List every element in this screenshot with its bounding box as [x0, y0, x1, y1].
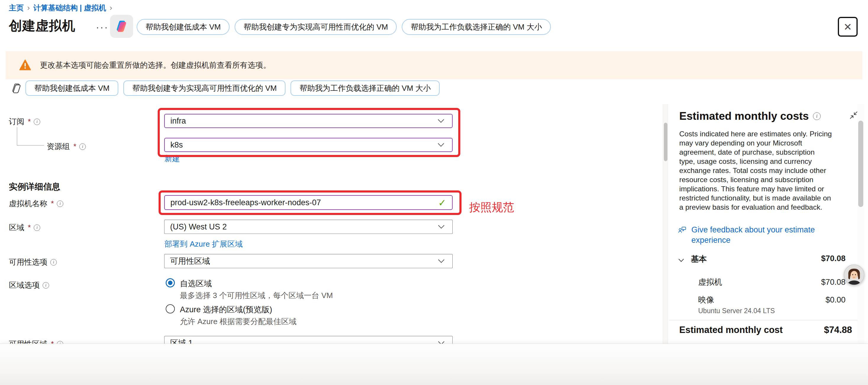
- copilot-suggestions-header: 帮助我创建低成本 VM 帮助我创建专为实现高可用性而优化的 VM 帮助我为工作负…: [137, 19, 551, 35]
- chevron-down-icon[interactable]: [678, 256, 684, 262]
- cost-item-value: $0.00: [826, 295, 845, 304]
- cost-feedback-link[interactable]: Give feedback about your estimate experi…: [691, 225, 826, 246]
- info-icon[interactable]: i: [57, 200, 63, 207]
- cost-group-row: 基本 $70.08: [679, 254, 845, 264]
- copilot-suggestion-vm-size[interactable]: 帮助我为工作负载选择正确的 VM 大小: [290, 81, 439, 96]
- cost-item-name: 虚拟机: [698, 277, 722, 287]
- panel-scrollbar-track[interactable]: [858, 104, 864, 344]
- copilot-logo-icon[interactable]: [110, 15, 133, 38]
- zone-options-label-text: 区域选项: [9, 280, 40, 290]
- footer-bar: < 上一步 下一步: 磁盘 > 查看 + 创建 提供反馈: [0, 344, 868, 385]
- region-label: 区域 * i: [9, 222, 40, 233]
- cost-panel-description: Costs indicated here are estimates only.…: [679, 129, 832, 212]
- required-asterisk: *: [28, 223, 31, 232]
- more-options-button[interactable]: ···: [96, 21, 108, 33]
- panel-scrollbar-thumb[interactable]: [858, 121, 863, 207]
- zone-options-label: 区域选项 i: [9, 280, 49, 290]
- avatar-image: [844, 264, 864, 285]
- availability-options-label: 可用性选项 i: [9, 257, 57, 267]
- chevron-down-icon: [438, 222, 444, 229]
- breadcrumb-virtual-machines[interactable]: 计算基础结构 | 虚拟机: [33, 3, 106, 13]
- vm-name-field-wrap: ✓: [164, 195, 453, 210]
- resource-group-label-text: 资源组: [47, 141, 70, 152]
- vm-name-label: 虚拟机名称 * i: [9, 198, 63, 209]
- subscription-dropdown[interactable]: infra: [164, 114, 453, 128]
- feedback-bubbles-icon: [678, 225, 687, 236]
- copilot-suggestions-body: 帮助我创建低成本 VM 帮助我创建专为实现高可用性而优化的 VM 帮助我为工作负…: [26, 81, 440, 96]
- resource-group-label: 资源组 * i: [47, 141, 86, 152]
- deploy-extended-zone-link[interactable]: 部署到 Azure 扩展区域: [164, 239, 243, 249]
- assistant-avatar[interactable]: [844, 264, 864, 285]
- info-icon[interactable]: i: [34, 224, 40, 231]
- cost-item-row-image: 映像 $0.00: [698, 294, 845, 305]
- region-dropdown[interactable]: (US) West US 2: [164, 220, 453, 234]
- close-icon: ✕: [843, 21, 852, 33]
- breadcrumb-separator: ›: [27, 3, 30, 12]
- copilot-suggestion-high-availability[interactable]: 帮助我创建专为实现高可用性而优化的 VM: [123, 81, 285, 96]
- chevron-down-icon: [438, 117, 444, 123]
- main-scrollbar-thumb[interactable]: [664, 123, 668, 161]
- main-scrollbar-track[interactable]: [663, 104, 668, 344]
- region-label-text: 区域: [9, 222, 24, 233]
- radio-azure-selected-zone[interactable]: [166, 304, 175, 314]
- cost-panel-title-row: Estimated monthly costs i: [679, 110, 821, 122]
- availability-options-label-text: 可用性选项: [9, 257, 47, 267]
- copilot-suggestion-low-cost[interactable]: 帮助我创建低成本 VM: [26, 81, 118, 96]
- valid-check-icon: ✓: [438, 197, 446, 208]
- required-asterisk: *: [28, 117, 31, 126]
- warning-banner: 更改基本选项可能会重置所做的选择。创建虚拟机前查看所有选项。: [6, 51, 862, 79]
- radio-azure-selected-zone-label[interactable]: Azure 选择的区域(预览版): [180, 304, 272, 315]
- cost-total-label: Estimated monthly cost: [679, 325, 783, 335]
- info-icon[interactable]: i: [813, 113, 821, 120]
- cost-item-name: 映像: [698, 294, 714, 305]
- cost-divider: [669, 320, 864, 320]
- radio-self-selected-zone[interactable]: [166, 278, 175, 287]
- copilot-gradient-icon: [115, 19, 129, 33]
- radio-self-selected-zone-description: 最多选择 3 个可用性区域，每个区域一台 VM: [180, 290, 333, 301]
- warning-icon: [19, 59, 31, 71]
- tree-connector: [17, 127, 44, 146]
- availability-options-value: 可用性区域: [170, 256, 210, 266]
- cost-panel: Estimated monthly costs i Costs indicate…: [669, 104, 868, 344]
- close-button[interactable]: ✕: [838, 17, 858, 37]
- page-title: 创建虚拟机: [9, 17, 75, 35]
- copilot-suggestion-vm-size[interactable]: 帮助我为工作负载选择正确的 VM 大小: [402, 19, 551, 35]
- warning-text: 更改基本选项可能会重置所做的选择。创建虚拟机前查看所有选项。: [40, 60, 271, 70]
- resource-group-value: k8s: [170, 140, 183, 150]
- cost-item-sub: Ubuntu Server 24.04 LTS: [698, 307, 775, 315]
- info-icon[interactable]: i: [50, 259, 57, 265]
- create-vm-page: 主页 › 计算基础结构 | 虚拟机 › 创建虚拟机 ··· 帮助我创建低成本 V…: [0, 0, 868, 385]
- info-icon[interactable]: i: [79, 143, 86, 150]
- breadcrumb-home[interactable]: 主页: [9, 3, 24, 13]
- cost-group-name: 基本: [691, 254, 707, 264]
- info-icon[interactable]: i: [42, 282, 49, 289]
- region-value: (US) West US 2: [170, 222, 227, 231]
- cost-group-value: $70.08: [821, 254, 845, 263]
- subscription-label-text: 订阅: [9, 117, 24, 127]
- collapse-panel-icon[interactable]: [850, 111, 858, 119]
- cost-total-value: $74.88: [824, 325, 852, 335]
- instance-details-section-header: 实例详细信息: [9, 181, 60, 193]
- vm-name-label-text: 虚拟机名称: [9, 198, 47, 209]
- breadcrumb-separator: ›: [110, 3, 113, 12]
- breadcrumb: 主页 › 计算基础结构 | 虚拟机 ›: [9, 3, 116, 13]
- resource-group-dropdown[interactable]: k8s: [164, 138, 453, 152]
- radio-dot: [168, 281, 173, 285]
- radio-self-selected-zone-label[interactable]: 自选区域: [180, 278, 212, 289]
- copilot-suggestion-high-availability[interactable]: 帮助我创建专为实现高可用性而优化的 VM: [235, 19, 397, 35]
- create-new-resource-group-link[interactable]: 新建: [164, 154, 180, 164]
- copilot-suggestion-low-cost[interactable]: 帮助我创建低成本 VM: [137, 19, 229, 35]
- subscription-value: infra: [170, 117, 186, 126]
- cost-item-row-vm: 虚拟机 $70.08: [698, 277, 845, 287]
- availability-options-dropdown[interactable]: 可用性区域: [164, 254, 453, 268]
- cost-total-row: Estimated monthly cost $74.88: [679, 325, 852, 335]
- chevron-down-icon: [438, 140, 444, 147]
- required-asterisk: *: [73, 142, 76, 151]
- info-icon[interactable]: i: [34, 119, 40, 125]
- vm-name-input[interactable]: [164, 195, 453, 210]
- cost-feedback-link-row: Give feedback about your estimate experi…: [678, 225, 826, 246]
- cost-item-value: $70.08: [821, 278, 845, 287]
- annotation-note: 按照规范: [469, 200, 514, 215]
- copilot-outline-icon: [11, 83, 22, 94]
- required-asterisk: *: [51, 199, 54, 208]
